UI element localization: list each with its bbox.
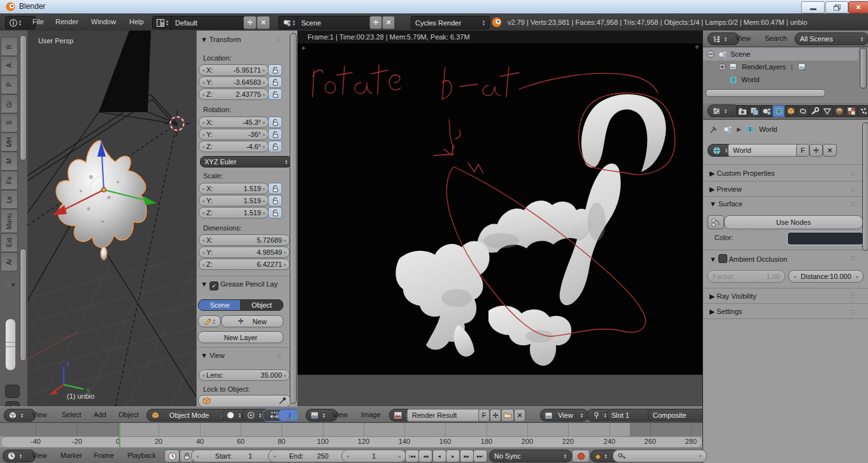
tab-material[interactable] — [833, 105, 846, 117]
nodes-icon-button[interactable] — [708, 215, 724, 229]
timeline-canvas[interactable]: -40-200204060801001201401601802002202402… — [0, 422, 702, 448]
jump-to-end-button[interactable]: ▸▸ǀ — [473, 450, 487, 462]
lock-location-x-button[interactable] — [268, 64, 282, 76]
tab-render-layers[interactable] — [748, 105, 761, 117]
outliner-item-world[interactable]: World — [703, 73, 858, 86]
lock-rotation-y-button[interactable] — [268, 129, 282, 140]
ao-distance-field[interactable]: ◂ Distance:10.000 ▸ — [788, 270, 864, 283]
lock-rotation-x-button[interactable] — [268, 117, 282, 128]
toolshelf-tab-fa[interactable]: Fa — [1, 171, 18, 190]
tab-scene[interactable] — [760, 105, 773, 117]
prev-keyframe-button[interactable]: ◂◂ — [418, 450, 432, 462]
eyedropper-icon[interactable] — [278, 397, 287, 405]
scene-icon[interactable] — [723, 125, 732, 134]
add-scene-button[interactable]: ✛ — [369, 16, 382, 29]
fake-user-button[interactable]: F — [478, 409, 490, 422]
rotation-mode-select[interactable]: XYZ Euler▲▼ — [200, 156, 292, 167]
npanel-scrollbar[interactable] — [290, 33, 297, 404]
scale-x-field[interactable]: ◂X:1.519▸ — [199, 183, 269, 194]
active-keying-set-field[interactable]: ▼ — [613, 450, 707, 462]
panel-grip-icon[interactable]: :::: — [851, 186, 855, 192]
menu-view[interactable]: View — [32, 411, 47, 418]
panel-header-transform[interactable]: ▼ Transform — [201, 36, 241, 43]
open-image-button[interactable] — [501, 409, 514, 422]
tab-modifiers[interactable] — [809, 105, 822, 117]
tab-constraints[interactable] — [797, 105, 809, 117]
grease-scene-tab[interactable]: Scene — [198, 299, 241, 311]
menu-view[interactable]: View — [332, 411, 348, 418]
editor-type-timeline-button[interactable]: ▲▼ — [3, 450, 36, 462]
metaball-object[interactable] — [56, 141, 146, 260]
menu-view[interactable]: View — [32, 452, 47, 459]
lock-to-object-field[interactable] — [198, 395, 291, 406]
current-frame-marker[interactable] — [119, 423, 120, 447]
autokey-indicator-button[interactable] — [164, 450, 180, 462]
lock-rotation-z-button[interactable] — [268, 141, 282, 152]
lens-field[interactable]: ◂Lens:35.000▸ — [199, 369, 290, 381]
panel-grip-icon[interactable]: :::: — [851, 201, 855, 207]
lock-location-y-button[interactable] — [268, 76, 282, 88]
outliner-item-renderlayers[interactable]: RenderLayers | — [703, 61, 858, 73]
toolshelf-tab-ext[interactable]: Ext — [1, 233, 18, 252]
outliner-item-scene[interactable]: Scene — [703, 48, 858, 61]
add-layout-button[interactable]: ✛ — [243, 16, 257, 29]
use-nodes-button[interactable]: Use Nodes — [724, 215, 863, 229]
tab-texture[interactable] — [845, 105, 858, 117]
grease-object-tab[interactable]: Object — [240, 299, 283, 311]
region-plus-icon[interactable]: + — [301, 44, 306, 53]
render-pass-select[interactable]: Composite — [648, 409, 710, 422]
menu-marker[interactable]: Marker — [60, 452, 82, 459]
new-world-button[interactable]: ✛ — [809, 144, 823, 157]
menu-object[interactable]: Object — [118, 411, 139, 418]
render-engine-select[interactable]: Cycles Render ▲▼ — [411, 16, 490, 29]
collapse-icon[interactable] — [707, 50, 715, 58]
tab-render[interactable] — [736, 105, 749, 117]
frame-end-field[interactable]: ◂ End: 250 ▸ — [268, 450, 350, 462]
panel-header-grease-pencil[interactable]: ▼ ✓ Grease Pencil Lay — [201, 280, 278, 290]
menu-render[interactable]: Render — [55, 18, 78, 25]
new-layer-button[interactable]: New Layer — [198, 331, 283, 343]
toggle-button-top[interactable] — [5, 385, 20, 398]
editor-type-info-button[interactable]: ▲▼ — [5, 16, 36, 29]
rotation-x-field[interactable]: ◂X:-45.3°▸ — [199, 117, 269, 128]
tab-data[interactable] — [821, 105, 834, 117]
panel-header-ray-visibility[interactable]: ▶ Ray Visibility — [709, 292, 757, 301]
region-grip-icon[interactable] — [3, 280, 17, 289]
tab-particles[interactable] — [857, 105, 868, 117]
panel-grip-icon[interactable]: :::: — [851, 293, 855, 299]
toolshelf-tab-ar[interactable]: Ar — [1, 252, 18, 271]
menu-file[interactable]: File — [32, 18, 44, 25]
location-z-field[interactable]: ◂Z:2.43775▸ — [199, 89, 269, 100]
toolshelf-tab-a[interactable]: A — [1, 56, 18, 75]
minimize-button[interactable] — [801, 1, 825, 13]
toolshelf-scrollbar-lower[interactable] — [20, 248, 27, 361]
toolshelf-tab-s[interactable]: S — [1, 113, 18, 132]
dimension-y-field[interactable]: ◂Y:4.98549▸ — [199, 246, 290, 258]
toolshelf-tab-p[interactable]: P — [1, 75, 18, 94]
next-keyframe-button[interactable]: ▸▸ — [460, 450, 474, 462]
rotation-y-field[interactable]: ◂Y:-36°▸ — [199, 129, 269, 140]
toolshelf-tab-gr[interactable]: Gr — [1, 94, 18, 113]
jump-to-start-button[interactable]: ǀ◂◂ — [405, 450, 419, 462]
editor-type-3dview-button[interactable]: ▲▼ — [4, 409, 36, 422]
panel-header-settings[interactable]: ▶ Settings — [709, 308, 742, 316]
lock-scale-z-button[interactable] — [268, 207, 282, 218]
world-name-field[interactable]: World — [728, 144, 804, 157]
current-frame-field[interactable]: ◂ 1 ▸ — [341, 450, 406, 462]
frame-start-field[interactable]: ◂ Start: 1 ▸ — [191, 450, 276, 462]
panel-grip-icon[interactable]: :::: — [851, 170, 855, 176]
menu-frame[interactable]: Frame — [94, 452, 114, 459]
outliner-h-scrollbar[interactable] — [706, 89, 825, 97]
dimension-x-field[interactable]: ◂X:5.72689▸ — [199, 234, 290, 246]
toolshelf-tab-mh[interactable]: MH — [1, 132, 18, 152]
grease-pencil-checkbox[interactable]: ✓ — [210, 281, 218, 290]
menu-select[interactable]: Select — [62, 411, 82, 418]
menu-image[interactable]: Image — [361, 411, 381, 418]
dimension-z-field[interactable]: ◂Z:6.42271▸ — [199, 259, 290, 270]
menu-view[interactable]: View — [736, 34, 751, 42]
editor-type-outliner-button[interactable]: ▲▼ — [708, 32, 739, 45]
play-reverse-button[interactable]: ◂ — [432, 450, 446, 462]
panel-grip-icon[interactable]: :::: — [851, 255, 855, 261]
scale-z-field[interactable]: ◂Z:1.519▸ — [199, 207, 269, 218]
toolshelf-scrollbar[interactable] — [20, 35, 27, 160]
